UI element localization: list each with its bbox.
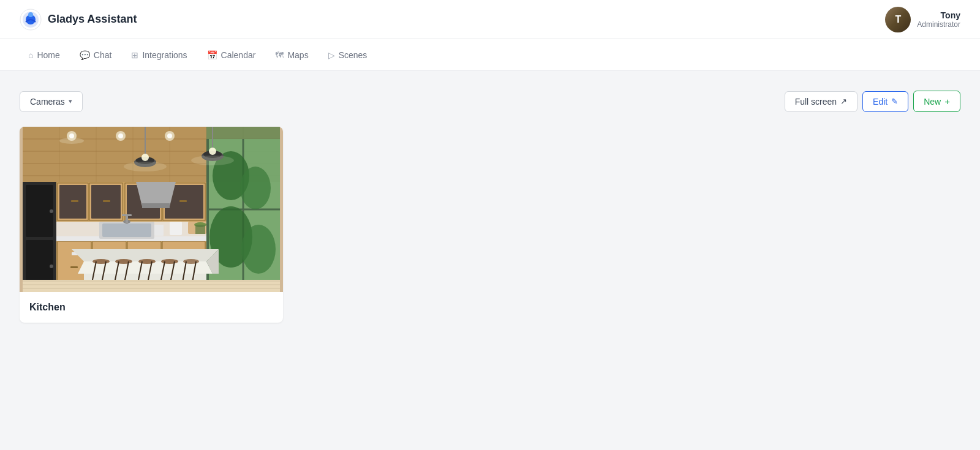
cameras-dropdown-label: Cameras [30, 97, 65, 107]
svg-rect-56 [70, 266, 78, 268]
camera-card-kitchen[interactable]: Kitchen [20, 127, 283, 323]
camera-grid: Kitchen [20, 127, 283, 323]
svg-point-75 [115, 259, 132, 264]
svg-point-95 [124, 162, 167, 171]
svg-point-94 [141, 154, 149, 161]
avatar: T [885, 7, 911, 32]
svg-point-30 [50, 264, 53, 268]
svg-point-99 [209, 148, 216, 155]
new-button[interactable]: New + [913, 91, 960, 112]
nav-label-integrations: Integrations [142, 50, 187, 60]
nav-label-chat: Chat [94, 50, 112, 60]
user-info: Tony Administrator [917, 10, 960, 29]
camera-thumbnail-kitchen [20, 127, 283, 292]
svg-point-83 [161, 259, 178, 264]
app-logo-icon [20, 9, 42, 31]
svg-rect-112 [154, 225, 164, 236]
edit-label: Edit [873, 97, 888, 107]
grid-icon: ⊞ [131, 50, 138, 60]
calendar-icon: 📅 [207, 50, 217, 60]
svg-point-103 [59, 138, 84, 144]
nav-label-maps: Maps [287, 50, 308, 60]
toolbar-actions: Full screen ↗ Edit ✎ New + [785, 91, 960, 112]
user-name: Tony [917, 10, 960, 20]
chevron-down-icon: ▾ [69, 97, 72, 105]
map-icon: 🗺 [275, 50, 284, 60]
svg-rect-64 [126, 216, 128, 224]
svg-point-107 [167, 133, 172, 138]
svg-point-23 [240, 167, 271, 209]
svg-point-100 [191, 156, 234, 165]
camera-name-kitchen: Kitchen [20, 292, 283, 323]
svg-point-29 [50, 209, 53, 213]
svg-point-3 [28, 12, 33, 17]
nav-label-scenes: Scenes [339, 50, 368, 60]
user-role: Administrator [917, 20, 960, 29]
nav-label-calendar: Calendar [221, 50, 256, 60]
svg-rect-62 [102, 223, 151, 237]
user-profile[interactable]: T Tony Administrator [885, 7, 960, 32]
svg-marker-49 [136, 182, 176, 206]
svg-rect-50 [142, 203, 170, 208]
svg-rect-38 [71, 200, 78, 202]
app-name: Gladys Assistant [48, 13, 137, 26]
svg-rect-113 [23, 280, 280, 292]
edit-button[interactable]: Edit ✎ [862, 91, 908, 112]
page-toolbar: Cameras ▾ Full screen ↗ Edit ✎ New + [20, 91, 960, 112]
home-icon: ⌂ [28, 50, 33, 60]
nav-label-home: Home [37, 50, 59, 60]
nav-item-maps[interactable]: 🗺 Maps [266, 47, 317, 64]
chat-icon: 💬 [80, 50, 90, 60]
nav-item-integrations[interactable]: ⊞ Integrations [123, 47, 195, 64]
svg-point-105 [118, 133, 123, 138]
kitchen-scene-svg [20, 127, 283, 292]
svg-point-79 [138, 259, 156, 264]
svg-rect-111 [170, 222, 182, 235]
svg-rect-48 [179, 200, 187, 202]
nav-item-chat[interactable]: 💬 Chat [71, 47, 121, 64]
nav-item-home[interactable]: ⌂ Home [20, 47, 69, 64]
svg-rect-110 [195, 225, 205, 234]
play-icon: ▷ [328, 50, 335, 60]
svg-point-71 [92, 259, 110, 264]
nav-item-scenes[interactable]: ▷ Scenes [320, 47, 376, 64]
fullscreen-label: Full screen [795, 97, 837, 107]
svg-rect-27 [26, 185, 53, 237]
avatar-image: T [885, 7, 911, 32]
svg-point-25 [241, 225, 276, 274]
edit-icon: ✎ [891, 97, 898, 106]
app-header: Gladys Assistant T Tony Administrator [0, 0, 980, 39]
expand-icon: ↗ [840, 97, 847, 106]
logo-area: Gladys Assistant [20, 9, 137, 31]
nav-item-calendar[interactable]: 📅 Calendar [198, 47, 265, 64]
new-label: New [924, 97, 941, 107]
main-nav: ⌂ Home 💬 Chat ⊞ Integrations 📅 Calendar … [0, 39, 980, 71]
cameras-dropdown[interactable]: Cameras ▾ [20, 91, 83, 112]
plus-icon: + [944, 96, 950, 107]
fullscreen-button[interactable]: Full screen ↗ [785, 91, 858, 112]
main-content: Cameras ▾ Full screen ↗ Edit ✎ New + [0, 71, 980, 450]
svg-rect-65 [122, 214, 132, 216]
svg-point-102 [69, 133, 74, 138]
svg-rect-39 [103, 200, 110, 202]
